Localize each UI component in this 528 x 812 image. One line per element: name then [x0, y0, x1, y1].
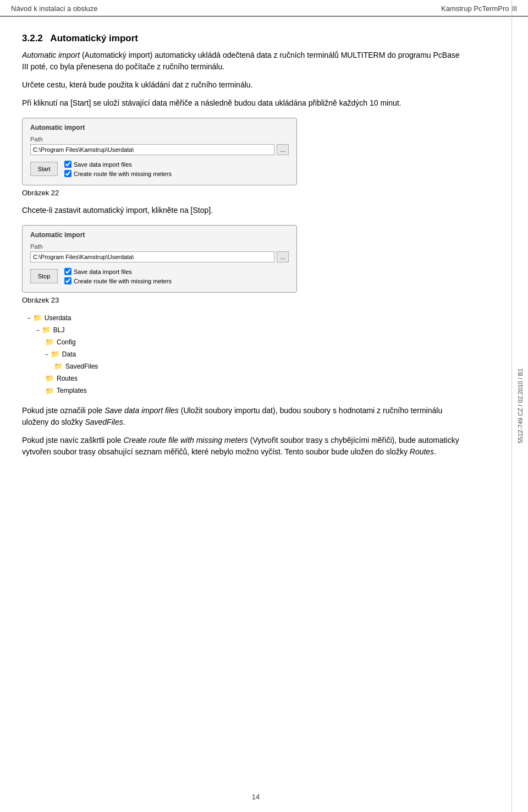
sidebar-version-text: 5512-749 CZ / 02.2010 / B1	[517, 369, 524, 443]
tree-label-blj: BLJ	[53, 325, 65, 336]
tree-item-savedfiles: 📁 SavedFiles	[22, 360, 462, 372]
ui-box-2-path-input[interactable]	[30, 251, 274, 262]
folder-icon-blj: 📁	[42, 324, 51, 336]
ui-box-2-bottom-row: Stop Save data import files Create route…	[30, 268, 289, 284]
tree-label-savedfiles: SavedFiles	[65, 361, 98, 372]
italic-save-data: Save data import files	[105, 406, 179, 415]
figure-23-caption: Obrázek 23	[22, 296, 462, 304]
ui-box-1-path-row: ...	[30, 144, 289, 155]
ui-box-2-path-row: ...	[30, 251, 289, 262]
paragraph-stop: Chcete-li zastavit automatický import, k…	[22, 205, 462, 216]
ui-box-2-checkboxes: Save data import files Create route file…	[64, 268, 172, 284]
header-right-text: Kamstrup PcTermPro III	[441, 4, 517, 13]
tree-item-userdata: − 📁 Userdata	[22, 312, 462, 324]
italic-create-route: Create route file with missing meters	[123, 436, 248, 445]
save-data-checkbox-1[interactable]	[64, 161, 72, 168]
start-button[interactable]: Start	[30, 162, 58, 176]
tree-item-data: − 📁 Data	[22, 348, 462, 360]
folder-icon-userdata: 📁	[33, 312, 42, 324]
folder-icon-data: 📁	[51, 348, 59, 360]
section-heading: 3.2.2 Automatický import	[22, 33, 462, 44]
tree-item-templates: 📁 Templates	[22, 385, 462, 397]
minus-icon-data: −	[45, 350, 48, 359]
ui-box-1-title: Automatic import	[30, 124, 289, 131]
ui-box-1-path-label: Path	[30, 136, 289, 142]
save-data-checkbox-label-1[interactable]: Save data import files	[64, 161, 172, 168]
page-footer: 14	[0, 793, 512, 801]
automatic-import-box-1: Automatic import Path ... Start Save dat…	[22, 118, 297, 185]
paragraph-1: Automatic import (Automatický import) au…	[22, 50, 462, 73]
folder-icon-config: 📁	[45, 336, 54, 348]
tree-label-userdata: Userdata	[45, 312, 72, 323]
tree-item-config: 📁 Config	[22, 336, 462, 348]
main-content: 3.2.2 Automatický import Automatic impor…	[0, 17, 484, 486]
folder-icon-routes: 📁	[45, 372, 54, 385]
paragraph-1-italic: Automatic import	[22, 51, 80, 59]
header-left-text: Návod k instalaci a obsluze	[11, 4, 98, 13]
ui-box-2-browse-button[interactable]: ...	[277, 251, 289, 262]
paragraph-3: Při kliknutí na [Start] se uloží stávají…	[22, 97, 462, 109]
minus-icon-blj: −	[36, 326, 40, 335]
italic-savedfiles: SavedFiles	[85, 418, 123, 426]
create-route-checkbox-label-2[interactable]: Create route file with missing meters	[64, 277, 172, 284]
ui-box-1-browse-button[interactable]: ...	[277, 144, 289, 155]
section-number: 3.2.2	[22, 33, 43, 43]
page-header: Návod k instalaci a obsluze Kamstrup PcT…	[0, 0, 528, 17]
tree-label-data: Data	[62, 349, 76, 360]
paragraph-savedfiles: Pokud jste označili pole Save data impor…	[22, 405, 462, 428]
create-route-checkbox-1[interactable]	[64, 170, 72, 177]
minus-icon-userdata: −	[28, 314, 31, 323]
save-data-checkbox-label-2[interactable]: Save data import files	[64, 268, 172, 275]
folder-icon-templates: 📁	[45, 385, 54, 397]
folder-icon-savedfiles: 📁	[54, 360, 63, 372]
paragraph-2: Určete cestu, která bude použita k uklád…	[22, 79, 462, 91]
create-route-label-2: Create route file with missing meters	[74, 278, 172, 284]
ui-box-1-checkboxes: Save data import files Create route file…	[64, 161, 172, 177]
stop-button[interactable]: Stop	[30, 269, 58, 283]
ui-box-1-bottom-row: Start Save data import files Create rout…	[30, 161, 289, 177]
automatic-import-box-2: Automatic import Path ... Stop Save data…	[22, 225, 297, 293]
tree-label-routes: Routes	[57, 373, 78, 384]
create-route-checkbox-2[interactable]	[64, 277, 72, 284]
create-route-label-1: Create route file with missing meters	[74, 171, 172, 177]
tree-item-blj: − 📁 BLJ	[22, 324, 462, 336]
paragraph-1-text: (Automatický import) automaticky ukládá …	[22, 51, 460, 71]
save-data-label-1: Save data import files	[74, 161, 132, 168]
ui-box-2-path-label: Path	[30, 243, 289, 250]
save-data-checkbox-2[interactable]	[64, 268, 72, 275]
ui-box-1-path-input[interactable]	[30, 144, 274, 155]
folder-tree: − 📁 Userdata − 📁 BLJ 📁 Config − 📁 Data 📁…	[22, 312, 462, 397]
create-route-checkbox-label-1[interactable]: Create route file with missing meters	[64, 170, 172, 177]
ui-box-2-title: Automatic import	[30, 231, 289, 239]
page-number: 14	[252, 793, 260, 801]
tree-label-config: Config	[57, 337, 76, 348]
tree-label-templates: Templates	[57, 385, 87, 396]
section-title: Automatický import	[50, 33, 138, 43]
tree-item-routes: 📁 Routes	[22, 372, 462, 385]
italic-routes: Routes	[410, 447, 434, 456]
paragraph-routes: Pokud jste navíc zaškrtli pole Create ro…	[22, 435, 462, 458]
save-data-label-2: Save data import files	[74, 268, 132, 275]
right-sidebar: 5512-749 CZ / 02.2010 / B1	[512, 0, 528, 812]
figure-22-caption: Obrázek 22	[22, 189, 462, 197]
